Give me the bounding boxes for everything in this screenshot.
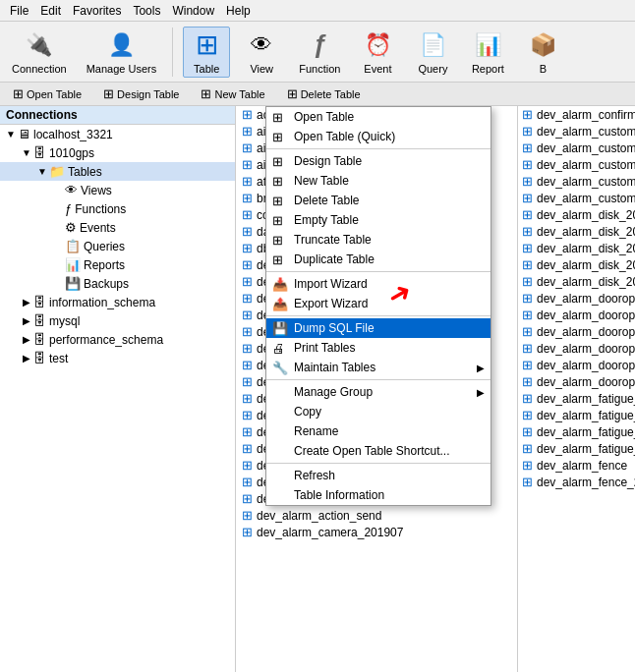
table-row[interactable]: ⊞dev_alarm_fence	[518, 457, 635, 474]
table-row[interactable]: ⊞dev_alarm_action_send	[236, 507, 517, 524]
table-row[interactable]: ⊞dev_alarm_disk_20	[518, 240, 635, 256]
tree-item-test[interactable]: ▶🗄test	[0, 349, 235, 367]
tree-item-queries[interactable]: 📋Queries	[0, 237, 235, 255]
toolbar-function[interactable]: ƒ Function	[293, 28, 346, 77]
table-row[interactable]: ⊞dev_alarm_fatigue_	[518, 423, 635, 440]
tree-item-performance_schema[interactable]: ▶🗄performance_schema	[0, 330, 235, 349]
table-row[interactable]: ⊞dev_alarm_doorop	[518, 373, 635, 390]
tree-item-1010gps[interactable]: ▼🗄1010gps	[0, 143, 235, 162]
toolbar-event[interactable]: ⏰ Event	[354, 28, 401, 77]
tree-node-icon: 🗄	[33, 295, 46, 309]
menu-file[interactable]: File	[4, 2, 34, 20]
tree-item-views[interactable]: 👁Views	[0, 181, 235, 199]
tree-item-reports[interactable]: 📊Reports	[0, 255, 235, 274]
delete-table-icon: ⊞	[287, 86, 298, 101]
menu-favorites[interactable]: Favorites	[67, 2, 127, 20]
tree-item-localhost_3321[interactable]: ▼🖥localhost_3321	[0, 125, 235, 143]
table-row-label: dev_alarm_doorop	[537, 359, 635, 372]
menu-tools[interactable]: Tools	[127, 2, 166, 20]
tree-item-backups[interactable]: 💾Backups	[0, 274, 235, 293]
table-row[interactable]: ⊞dev_alarm_custom_	[518, 123, 635, 140]
tree-node-label: Events	[80, 221, 116, 235]
tab-delete-table[interactable]: ⊞ Delete Table	[278, 84, 370, 104]
open-table-icon: ⊞	[13, 86, 24, 101]
function-icon: ƒ	[304, 29, 335, 61]
context-menu-item-new-table[interactable]: ⊞New Table	[266, 171, 491, 191]
tree-node-label: performance_schema	[49, 333, 163, 347]
tab-open-table[interactable]: ⊞ Open Table	[4, 84, 90, 104]
menu-help[interactable]: Help	[220, 2, 257, 20]
table-row[interactable]: ⊞dev_alarm_doorop	[518, 357, 635, 373]
table-row[interactable]: ⊞dev_alarm_disk_20	[518, 273, 635, 290]
context-menu-item-print-tables[interactable]: 🖨Print Tables	[266, 338, 491, 358]
table-row[interactable]: ⊞dev_alarm_doorop	[518, 307, 635, 323]
context-menu-item-open-table-(quick)[interactable]: ⊞Open Table (Quick)	[266, 127, 491, 146]
ctx-item-icon: 🖨	[272, 341, 285, 356]
table-row[interactable]: ⊞dev_alarm_custom_	[518, 140, 635, 156]
context-menu-item-design-table[interactable]: ⊞Design Table	[266, 151, 491, 171]
context-menu-item-manage-group[interactable]: Manage Group▶	[266, 382, 491, 402]
table-row[interactable]: ⊞dev_alarm_disk_20	[518, 206, 635, 223]
tree-node-icon: 📁	[49, 164, 65, 179]
table-row[interactable]: ⊞dev_alarm_disk_20	[518, 223, 635, 240]
menu-bar: File Edit Favorites Tools Window Help	[0, 0, 635, 22]
table-row[interactable]: ⊞dev_alarm_doorop	[518, 290, 635, 307]
table-row[interactable]: ⊞dev_alarm_disk_20	[518, 256, 635, 273]
table-row[interactable]: ⊞dev_alarm_doorop	[518, 340, 635, 357]
context-menu-item-create-open-table-shortcut[interactable]: Create Open Table Shortcut...	[266, 441, 491, 461]
toolbar-table[interactable]: ⊞ Table	[183, 27, 230, 78]
table-row[interactable]: ⊞dev_alarm_fatigue_	[518, 407, 635, 423]
toolbar-backup[interactable]: 📦 B	[519, 28, 566, 77]
toolbar-manage-users[interactable]: 👤 Manage Users	[81, 28, 163, 77]
toolbar-query[interactable]: 📄 Query	[409, 28, 456, 77]
table-row-icon: ⊞	[522, 174, 533, 189]
tree-item-mysql[interactable]: ▶🗄mysql	[0, 311, 235, 330]
tree-item-events[interactable]: ⚙Events	[0, 218, 235, 237]
ctx-item-icon: ⊞	[272, 154, 283, 169]
context-menu-item-truncate-table[interactable]: ⊞Truncate Table	[266, 230, 491, 250]
tab-design-table[interactable]: ⊞ Design Table	[94, 84, 188, 104]
ctx-item-label: Dump SQL File	[294, 321, 375, 335]
tree-item-tables[interactable]: ▼📁Tables	[0, 162, 235, 181]
toolbar-view[interactable]: 👁 View	[238, 28, 285, 77]
tree-node-icon: 👁	[65, 183, 78, 197]
context-menu-item-empty-table[interactable]: ⊞Empty Table	[266, 210, 491, 230]
context-menu-item-delete-table[interactable]: ⊞Delete Table	[266, 191, 491, 210]
toolbar-query-label: Query	[418, 63, 447, 75]
context-menu-item-table-information[interactable]: Table Information	[266, 485, 491, 505]
table-row-label: dev_alarm_fatigue_	[537, 425, 635, 439]
tree-item-functions[interactable]: ƒFunctions	[0, 199, 235, 218]
menu-edit[interactable]: Edit	[34, 2, 67, 20]
context-menu-item-copy[interactable]: Copy	[266, 402, 491, 421]
context-menu-separator	[266, 315, 491, 316]
ctx-item-label: Empty Table	[294, 213, 359, 227]
table-row[interactable]: ⊞dev_alarm_custom_	[518, 173, 635, 190]
table-row-label: dev_alarm_doorop	[537, 325, 635, 339]
context-menu-item-export-wizard[interactable]: 📤Export Wizard	[266, 294, 491, 313]
tab-new-table[interactable]: ⊞ New Table	[192, 84, 273, 104]
toolbar-report[interactable]: 📊 Report	[464, 28, 511, 77]
tree-node-icon: 🗄	[33, 145, 46, 160]
table-row-label: dev_alarm_doorop	[537, 308, 635, 322]
context-menu-item-open-table[interactable]: ⊞Open Table	[266, 107, 491, 127]
table-row-label: dev_alarm_fence	[537, 459, 627, 473]
table-row[interactable]: ⊞dev_alarm_fatigue_	[518, 390, 635, 407]
table-row[interactable]: ⊞dev_alarm_camera_201907	[236, 524, 517, 540]
context-menu-item-import-wizard[interactable]: 📥Import Wizard	[266, 274, 491, 294]
tree-item-information_schema[interactable]: ▶🗄information_schema	[0, 293, 235, 311]
event-icon: ⏰	[362, 29, 393, 61]
toolbar-connection[interactable]: 🔌 Connection	[6, 28, 73, 77]
context-menu-item-duplicate-table[interactable]: ⊞Duplicate Table	[266, 250, 491, 269]
table-row[interactable]: ⊞dev_alarm_doorop	[518, 323, 635, 340]
menu-window[interactable]: Window	[166, 2, 220, 20]
context-menu-item-dump-sql-file[interactable]: 💾Dump SQL File	[266, 318, 491, 338]
context-menu-item-maintain-tables[interactable]: 🔧Maintain Tables▶	[266, 358, 491, 377]
table-row-icon: ⊞	[242, 274, 253, 289]
table-row[interactable]: ⊞dev_alarm_custom_	[518, 156, 635, 173]
context-menu-item-refresh[interactable]: Refresh	[266, 466, 491, 485]
table-row[interactable]: ⊞dev_alarm_confirm_	[518, 106, 635, 123]
table-row[interactable]: ⊞dev_alarm_fatigue_	[518, 440, 635, 457]
table-row[interactable]: ⊞dev_alarm_fence_2	[518, 474, 635, 490]
context-menu-item-rename[interactable]: Rename	[266, 421, 491, 441]
table-row[interactable]: ⊞dev_alarm_custom_	[518, 190, 635, 206]
